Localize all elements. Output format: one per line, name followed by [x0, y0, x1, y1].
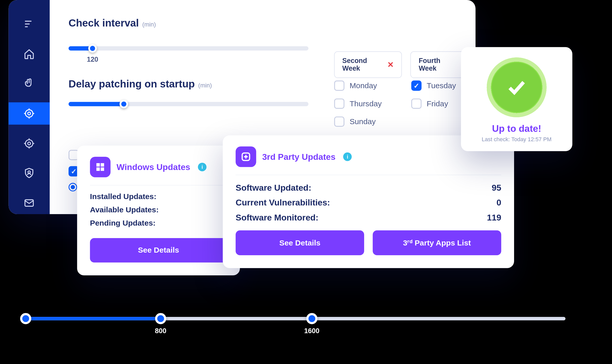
svg-rect-8	[96, 167, 100, 171]
stat-installed: Installed Updates:	[90, 192, 227, 201]
svg-point-3	[28, 142, 31, 145]
delay-patching-slider[interactable]	[69, 102, 309, 106]
see-details-button[interactable]: See Details	[236, 230, 364, 255]
svg-point-4	[28, 171, 30, 173]
tick-1600: 1600	[304, 327, 320, 335]
check-interval-title: Check interval (min)	[69, 17, 463, 29]
svg-point-1	[28, 112, 31, 115]
third-party-card: 3rd Party Updates i Software Updated:95 …	[223, 135, 514, 268]
breakpoint-slider[interactable]: 800 1600	[26, 317, 566, 320]
info-icon[interactable]: i	[343, 152, 352, 161]
row-software-monitored: Software Monitored:119	[236, 213, 501, 223]
status-title: Up to date!	[469, 123, 564, 135]
hand-icon[interactable]	[9, 73, 50, 95]
windows-card-title: Windows Updates	[117, 162, 190, 172]
row-software-updated: Software Updated:95	[236, 183, 501, 193]
shield-user-icon[interactable]	[9, 162, 50, 184]
mail-icon[interactable]	[9, 192, 50, 214]
see-details-button[interactable]: See Details	[90, 238, 227, 263]
home-icon[interactable]	[9, 43, 50, 65]
stat-pending: Pending Updates:	[90, 219, 227, 228]
svg-rect-9	[101, 167, 104, 171]
plus-shield-icon	[236, 147, 256, 167]
day-thursday[interactable]: Thursday	[334, 98, 411, 109]
sidebar	[9, 0, 50, 214]
svg-point-0	[26, 110, 33, 117]
third-party-apps-list-button[interactable]: 3ʳᵈ Party Apps List	[373, 230, 501, 255]
check-interval-value: 120	[87, 56, 98, 63]
row-vulnerabilities: Current Vulnerabilities:0	[236, 198, 501, 208]
windows-updates-card: Windows Updates i Installed Updates: Ava…	[77, 146, 240, 275]
svg-rect-6	[96, 163, 100, 166]
stat-available: Available Updates:	[90, 205, 227, 214]
day-sunday[interactable]: Sunday	[334, 116, 411, 127]
svg-rect-7	[101, 163, 104, 166]
status-sub: Last check: Today 12:57 PM	[469, 136, 564, 142]
menu-icon[interactable]	[9, 13, 50, 35]
third-party-title: 3rd Party Updates	[262, 152, 336, 162]
week-chips: Second Week ✕ Fourth Week ✕	[334, 51, 475, 78]
delay-patching-unit: (min)	[198, 82, 212, 89]
tick-800: 800	[155, 327, 167, 335]
status-check-icon	[487, 57, 546, 117]
chip-second-week[interactable]: Second Week ✕	[334, 51, 402, 78]
status-card: Up to date! Last check: Today 12:57 PM	[461, 47, 572, 151]
day-monday[interactable]: Monday	[334, 81, 411, 91]
svg-point-2	[26, 140, 33, 147]
check-interval-unit: (min)	[142, 21, 156, 28]
target-icon[interactable]	[9, 132, 50, 154]
check-interval-label: Check interval	[69, 17, 139, 29]
close-icon[interactable]: ✕	[387, 60, 394, 69]
info-icon[interactable]: i	[198, 163, 207, 171]
chip-label: Second Week	[342, 57, 383, 72]
chip-label: Fourth Week	[419, 57, 457, 72]
windows-icon	[90, 157, 111, 177]
target-filled-icon[interactable]	[9, 102, 50, 125]
check-interval-slider[interactable]: 120	[69, 46, 309, 50]
delay-patching-label: Delay patching on startup	[69, 78, 195, 90]
